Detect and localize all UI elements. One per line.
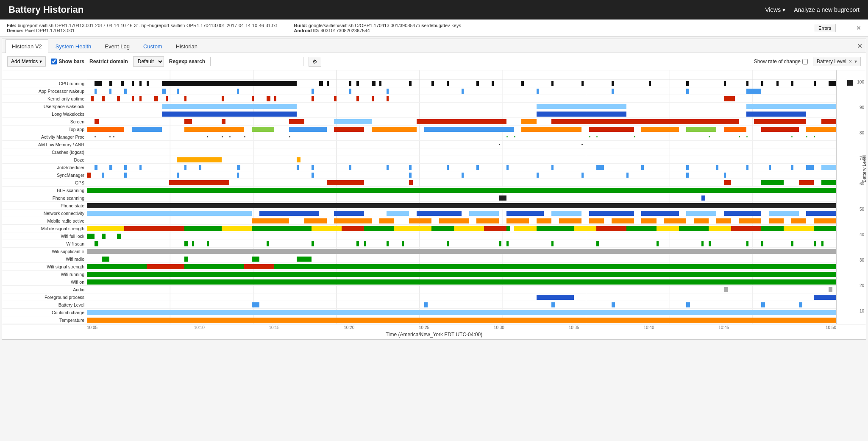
gear-button[interactable]: ⚙ bbox=[309, 57, 321, 67]
bar bbox=[387, 165, 389, 170]
analyze-button[interactable]: Analyze a new bugreport bbox=[794, 6, 860, 13]
bar bbox=[95, 119, 99, 124]
tab-event-log[interactable]: Event Log bbox=[98, 39, 136, 53]
views-button[interactable]: Views ▾ bbox=[765, 6, 785, 13]
android-id-label: Android ID: bbox=[294, 28, 319, 33]
dot bbox=[95, 136, 96, 137]
battery-level-remove-icon[interactable]: × bbox=[849, 59, 852, 64]
bar bbox=[312, 96, 314, 101]
bar bbox=[596, 241, 598, 246]
bar bbox=[297, 165, 299, 170]
row-crashes bbox=[87, 148, 836, 156]
bar bbox=[724, 180, 732, 185]
bar bbox=[694, 218, 709, 223]
bar bbox=[641, 127, 679, 132]
bar bbox=[814, 226, 836, 231]
bar bbox=[559, 218, 581, 223]
bar bbox=[372, 81, 376, 86]
bar bbox=[454, 226, 484, 231]
label-wifi-radio: Wifi radio bbox=[2, 255, 87, 263]
y-axis: 100 90 80 70 60 50 40 30 20 10 0 Battery… bbox=[836, 70, 866, 324]
bar bbox=[289, 127, 326, 132]
tab-historian-v2[interactable]: Historian V2 bbox=[6, 39, 48, 53]
bar bbox=[289, 119, 304, 124]
show-rate-checkbox[interactable] bbox=[802, 59, 808, 64]
close-icon[interactable]: ✕ bbox=[856, 25, 861, 31]
bar bbox=[267, 96, 270, 101]
bar bbox=[484, 226, 506, 231]
dot bbox=[806, 136, 807, 137]
y-tick-20: 20 bbox=[860, 283, 864, 288]
bar bbox=[761, 81, 763, 86]
bar bbox=[109, 89, 111, 94]
row-audio bbox=[87, 286, 836, 293]
show-bars-checkbox[interactable] bbox=[51, 59, 57, 64]
bar bbox=[776, 81, 779, 86]
battery-level-tag: Battery Level × ▾ bbox=[813, 57, 861, 66]
device-label: Device: bbox=[7, 28, 23, 33]
row-coulomb-charge bbox=[87, 309, 836, 316]
battery-level-arrow-icon[interactable]: ▾ bbox=[854, 59, 857, 64]
bar bbox=[349, 165, 351, 170]
build-row: Build: google/sailfish/sailfish:O/OPR1.1… bbox=[294, 23, 461, 28]
dot bbox=[581, 144, 583, 145]
row-activity-manager bbox=[87, 133, 836, 141]
bar bbox=[252, 302, 259, 307]
bar bbox=[87, 127, 124, 132]
bar bbox=[184, 127, 244, 132]
bar bbox=[222, 226, 252, 231]
bar bbox=[679, 226, 709, 231]
bar bbox=[132, 96, 134, 101]
bar bbox=[95, 89, 97, 94]
x-tick-1035: 10:35 bbox=[537, 324, 612, 330]
file-info-bar: File: bugreport-sailfish-OPR1.170413.001… bbox=[0, 20, 868, 37]
tab-custom[interactable]: Custom bbox=[137, 39, 169, 53]
bar bbox=[739, 218, 761, 223]
bar bbox=[121, 81, 124, 86]
row-screen bbox=[87, 118, 836, 126]
bar bbox=[409, 165, 411, 170]
dot bbox=[596, 136, 598, 137]
bar bbox=[537, 226, 574, 231]
x-tick-1050: 10:50 bbox=[761, 324, 836, 330]
bar bbox=[409, 218, 431, 223]
bar bbox=[87, 310, 836, 315]
bar bbox=[589, 127, 634, 132]
bar bbox=[686, 165, 688, 170]
bar bbox=[222, 96, 224, 101]
bar bbox=[447, 241, 449, 246]
bar bbox=[806, 165, 814, 170]
bar bbox=[102, 173, 104, 178]
bar bbox=[162, 81, 297, 86]
bar bbox=[626, 173, 629, 178]
bar bbox=[139, 81, 142, 86]
bar bbox=[499, 241, 501, 246]
label-syncmanager: SyncManager bbox=[2, 171, 87, 179]
bar bbox=[424, 302, 428, 307]
bar bbox=[596, 165, 604, 170]
bar bbox=[387, 96, 389, 101]
tab-historian[interactable]: Historian bbox=[170, 39, 204, 53]
bar bbox=[402, 241, 404, 246]
bar bbox=[356, 81, 359, 86]
tabs-close-icon[interactable]: ✕ bbox=[857, 42, 862, 50]
label-gps: GPS bbox=[2, 179, 87, 187]
bar bbox=[372, 127, 417, 132]
bar bbox=[746, 165, 748, 170]
bar bbox=[184, 96, 186, 101]
label-battery-level: Battery Level bbox=[2, 301, 87, 309]
bar bbox=[349, 89, 351, 94]
add-metrics-button[interactable]: Add Metrics ▾ bbox=[7, 56, 46, 67]
regexp-input[interactable] bbox=[210, 57, 303, 66]
bar bbox=[312, 241, 314, 246]
bar bbox=[506, 241, 509, 246]
build-label: Build: bbox=[294, 23, 307, 28]
domain-select[interactable]: Default bbox=[133, 56, 164, 67]
tab-system-health[interactable]: System Health bbox=[49, 39, 98, 53]
bar bbox=[589, 218, 604, 223]
label-crashes: Crashes (logcat) bbox=[2, 148, 87, 156]
x-tick-1010: 10:10 bbox=[162, 324, 237, 330]
errors-button[interactable]: Errors bbox=[814, 24, 836, 32]
bar bbox=[312, 226, 342, 231]
label-long-wakelocks: Long Wakelocks bbox=[2, 110, 87, 118]
